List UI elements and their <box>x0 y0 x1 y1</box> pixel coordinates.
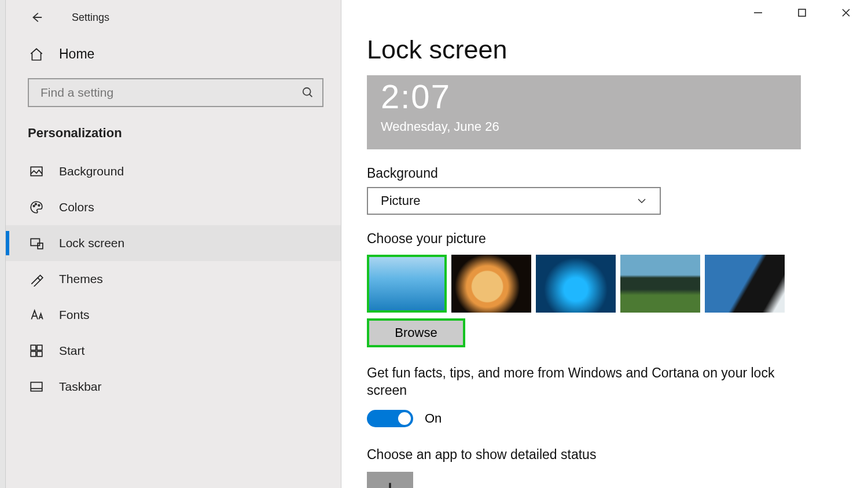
svg-rect-11 <box>31 382 42 391</box>
browse-button[interactable]: Browse <box>367 318 465 347</box>
svg-point-3 <box>35 203 37 205</box>
picture-thumb-3[interactable] <box>536 255 616 313</box>
maximize-button[interactable] <box>792 6 812 20</box>
search-wrap <box>28 78 323 107</box>
svg-rect-7 <box>31 345 36 350</box>
funfacts-toggle[interactable] <box>367 410 413 427</box>
add-detailed-status-app-button[interactable] <box>367 472 413 488</box>
sidebar-item-label: Lock screen <box>59 236 124 250</box>
sidebar-item-label: Colors <box>59 200 94 214</box>
search-box[interactable] <box>28 78 323 107</box>
page-title: Lock screen <box>367 35 839 65</box>
sidebar-item-taskbar[interactable]: Taskbar <box>6 369 341 405</box>
main-content: Lock screen 2:07 Wednesday, June 26 Back… <box>341 0 868 488</box>
browse-button-label: Browse <box>395 325 437 340</box>
nav-home-label: Home <box>59 46 94 62</box>
home-icon <box>29 47 44 62</box>
sidebar-item-themes[interactable]: Themes <box>6 261 341 297</box>
picture-icon <box>29 164 44 179</box>
svg-rect-9 <box>31 351 36 357</box>
funfacts-toggle-state: On <box>425 411 442 426</box>
preview-time: 2:07 <box>381 80 801 113</box>
svg-rect-8 <box>37 345 42 350</box>
window-buttons <box>748 6 856 20</box>
picture-thumb-2[interactable] <box>451 255 531 313</box>
window-title: Settings <box>72 12 109 24</box>
funfacts-toggle-row: On <box>367 410 839 427</box>
sidebar-item-label: Fonts <box>59 308 90 322</box>
fonts-icon <box>29 307 44 322</box>
background-label: Background <box>367 166 839 181</box>
close-button[interactable] <box>836 6 856 20</box>
detailed-status-label: Choose an app to show detailed status <box>367 447 839 463</box>
sidebar-item-label: Start <box>59 344 84 358</box>
page-body: Lock screen 2:07 Wednesday, June 26 Back… <box>341 0 868 488</box>
picture-thumb-1[interactable] <box>367 255 447 313</box>
search-input[interactable] <box>41 86 301 100</box>
svg-rect-10 <box>37 351 42 357</box>
preview-date: Wednesday, June 26 <box>381 119 801 134</box>
sidebar-section-label: Personalization <box>6 121 341 153</box>
back-button[interactable] <box>28 9 45 26</box>
sidebar-item-background[interactable]: Background <box>6 153 341 189</box>
sidebar-item-lock-screen[interactable]: Lock screen <box>6 225 341 261</box>
picture-thumb-4[interactable] <box>620 255 700 313</box>
svg-rect-12 <box>799 9 806 16</box>
picture-thumbnails <box>367 255 839 313</box>
themes-icon <box>29 271 44 287</box>
choose-picture-label: Choose your picture <box>367 231 839 247</box>
sidebar-item-fonts[interactable]: Fonts <box>6 297 341 333</box>
left-edge-strip <box>0 0 6 488</box>
minimize-button[interactable] <box>748 6 768 20</box>
settings-sidebar: Settings Home Personalization Background… <box>6 0 341 488</box>
plus-icon <box>380 480 400 488</box>
svg-point-4 <box>38 204 40 206</box>
search-icon <box>301 86 314 99</box>
background-dropdown-value: Picture <box>381 193 420 208</box>
palette-icon <box>29 200 44 215</box>
sidebar-item-colors[interactable]: Colors <box>6 189 341 225</box>
svg-rect-5 <box>31 239 39 245</box>
funfacts-label: Get fun facts, tips, and more from Windo… <box>367 365 789 399</box>
sidebar-item-start[interactable]: Start <box>6 333 341 369</box>
titlebar: Settings <box>6 6 341 29</box>
lock-screen-preview: 2:07 Wednesday, June 26 <box>367 75 801 149</box>
back-arrow-icon <box>30 11 43 24</box>
svg-point-2 <box>33 206 35 207</box>
svg-point-0 <box>303 88 311 96</box>
start-icon <box>29 343 44 358</box>
lock-screen-icon <box>29 236 44 251</box>
background-dropdown[interactable]: Picture <box>367 187 661 215</box>
chevron-down-icon <box>637 196 647 206</box>
taskbar-icon <box>29 379 44 394</box>
sidebar-item-label: Themes <box>59 272 103 286</box>
nav-home[interactable]: Home <box>6 29 341 74</box>
sidebar-item-label: Taskbar <box>59 380 102 394</box>
sidebar-item-label: Background <box>59 164 124 178</box>
picture-thumb-5[interactable] <box>705 255 785 313</box>
